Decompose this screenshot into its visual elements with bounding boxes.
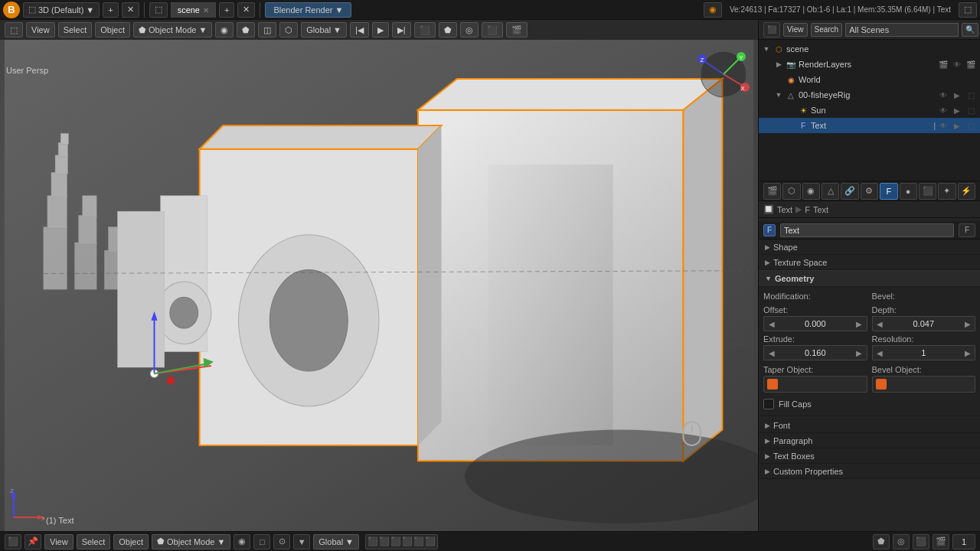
world-expand[interactable]	[774, 75, 783, 84]
snap-btn[interactable]: ⬟	[873, 534, 890, 549]
props-material-btn[interactable]: ●	[900, 183, 917, 200]
outliner-view-btn[interactable]: View	[783, 23, 808, 37]
render-btn[interactable]: 🎬	[506, 22, 528, 37]
resolution-increment-btn[interactable]: ▶	[960, 345, 975, 360]
add-workspace-btn[interactable]: +	[103, 2, 118, 18]
proportional-edit-btn[interactable]: ◎	[893, 534, 910, 549]
paragraph-section-header[interactable]: ▶ Paragraph	[759, 433, 980, 448]
scene-render-btn[interactable]: ⬛	[913, 534, 929, 549]
transform-select[interactable]: Global ▼	[301, 22, 347, 37]
viewport-3d-editor[interactable]: ⬚ View Select Object ⬟ Object Mode ▼ ◉ ⬟…	[0, 20, 758, 531]
scene-expand-arrow[interactable]: ▼	[762, 44, 771, 54]
shape-section-header[interactable]: ▶ Shape	[759, 240, 980, 255]
snapping-btn[interactable]: ⬟	[439, 22, 457, 37]
custom-props-section-header[interactable]: ▶ Custom Properties	[759, 464, 980, 479]
tree-item-scene[interactable]: ▼ ⬡ scene	[759, 41, 980, 57]
close-scene-btn[interactable]: ✕	[237, 2, 255, 18]
editor-type-selector[interactable]: ⬚ 3D (Default) ▼	[23, 2, 100, 18]
renderlayers-expand[interactable]: ▶	[774, 60, 783, 69]
viewport-editor-type[interactable]: ⬚	[5, 22, 23, 37]
tree-item-world[interactable]: ◉ World	[759, 72, 980, 87]
renderlayers-eye-btn[interactable]: 👁	[951, 58, 963, 70]
sun-render-btn[interactable]: ▶	[951, 104, 963, 116]
sun-extra-btn[interactable]: ⬚	[965, 104, 977, 116]
outliner-type-btn[interactable]: ⬛	[763, 22, 780, 37]
tree-item-fisheyerig[interactable]: ▼ △ 00-fisheyeRig 👁 ▶ ⬚	[759, 87, 980, 103]
bottom-editor-type[interactable]: ⬛	[5, 534, 21, 549]
bevel-object-field[interactable]	[872, 376, 976, 393]
text-boxes-section-header[interactable]: ▶ Text Boxes	[759, 448, 980, 464]
record-btn[interactable]: ⬛	[414, 22, 436, 37]
frame-number[interactable]: 1	[952, 534, 975, 549]
extrude-value[interactable]: 0.160	[779, 345, 852, 360]
object-mode-selector[interactable]: ⬟ Object Mode ▼	[152, 534, 230, 549]
timeline-end-btn[interactable]: ▶|	[392, 22, 411, 37]
depth-decrement-btn[interactable]: ◀	[872, 316, 887, 331]
viewport-shading[interactable]: ◉	[215, 22, 234, 37]
render-engine-selector[interactable]: Blender Render ▼	[265, 2, 351, 18]
fisheyerig-expand[interactable]: ▼	[774, 90, 783, 99]
renderlayers-render-btn[interactable]: 🎬	[965, 58, 977, 70]
workspace-tab-scene[interactable]: scene ✕	[171, 2, 216, 18]
props-data-btn[interactable]: F	[880, 183, 897, 200]
fullscreen-btn[interactable]: ⬚	[149, 2, 168, 18]
blender-icon-btn[interactable]: ◉	[704, 2, 722, 18]
offset-increment-btn[interactable]: ▶	[852, 316, 867, 331]
props-render-btn[interactable]: 🎬	[763, 183, 781, 200]
tree-item-text[interactable]: F Text | 👁 ▶ ⬚	[759, 118, 980, 133]
play-btn[interactable]: ▶	[372, 22, 389, 37]
offset-value[interactable]: 0.000	[779, 316, 852, 331]
props-texture-btn[interactable]: ⬛	[919, 183, 936, 200]
bottom-select-btn[interactable]: Select	[77, 534, 111, 549]
tree-item-sun[interactable]: ☀ Sun 👁 ▶ ⬚	[759, 103, 980, 118]
sun-expand[interactable]	[786, 106, 795, 115]
props-scene-btn[interactable]: ⬡	[782, 183, 800, 200]
select-menu[interactable]: Select	[58, 22, 93, 37]
pivot-dropdown[interactable]: ▼	[293, 534, 310, 549]
viewport-shading3[interactable]: ◫	[258, 22, 276, 37]
fisheyerig-extra-btn[interactable]: ⬚	[965, 89, 977, 101]
text-eye-btn[interactable]: 👁	[937, 119, 949, 132]
props-modifiers-btn[interactable]: ⚙	[861, 183, 878, 200]
resolution-decrement-btn[interactable]: ◀	[872, 345, 887, 360]
viewport-menus[interactable]: View	[26, 22, 55, 37]
bottom-view-btn[interactable]: View	[44, 534, 74, 549]
text-render-btn[interactable]: ▶	[951, 119, 963, 132]
3d-scene-view[interactable]: User Persp X Y Z	[0, 40, 758, 531]
depth-value[interactable]: 0.047	[887, 316, 961, 331]
pivot-btn[interactable]: ⊙	[273, 534, 290, 549]
resolution-value[interactable]: 1	[887, 345, 961, 360]
props-physics-btn[interactable]: ⚡	[958, 183, 975, 200]
fill-caps-checkbox[interactable]	[763, 399, 774, 409]
offset-decrement-btn[interactable]: ◀	[763, 316, 779, 331]
depth-increment-btn[interactable]: ▶	[960, 316, 975, 331]
shading-wire-btn[interactable]: □	[253, 534, 270, 549]
add-scene-btn[interactable]: +	[219, 2, 234, 18]
outliner-search-btn[interactable]: Search	[811, 23, 843, 37]
extrude-decrement-btn[interactable]: ◀	[763, 345, 779, 360]
extrude-increment-btn[interactable]: ▶	[852, 345, 867, 360]
object-menu[interactable]: Object	[95, 22, 130, 37]
fisheyerig-eye-btn[interactable]: 👁	[937, 89, 949, 101]
scene-output-btn[interactable]: ⬛	[482, 22, 503, 37]
props-particles-btn[interactable]: ✦	[938, 183, 956, 200]
viewport-shading2[interactable]: ⬟	[237, 22, 255, 37]
shading-solid-btn[interactable]: ◉	[234, 534, 250, 549]
geometry-section-header[interactable]: ▼ Geometry	[759, 270, 980, 287]
text-extra-btn[interactable]: ⬚	[965, 119, 977, 132]
props-object-btn[interactable]: △	[822, 183, 839, 200]
outliner-filter-btn[interactable]: 🔍	[962, 23, 978, 37]
bottom-pin-btn[interactable]: 📌	[24, 534, 41, 549]
timeline-btn[interactable]: |◀	[350, 22, 369, 37]
proportional-btn[interactable]: ◎	[460, 22, 479, 37]
texture-space-section-header[interactable]: ▶ Texture Space	[759, 255, 980, 270]
taper-object-field[interactable]	[763, 376, 867, 393]
transform-orientation[interactable]: Global ▼	[313, 534, 359, 549]
bottom-object-btn[interactable]: Object	[113, 534, 149, 549]
object-mode-btn[interactable]: ⬟ Object Mode ▼	[133, 22, 212, 37]
font-section-header[interactable]: ▶ Font	[759, 418, 980, 433]
fisheyerig-render-btn[interactable]: ▶	[951, 89, 963, 101]
info-expand-btn[interactable]: ⬚	[959, 2, 977, 18]
tree-item-renderlayers[interactable]: ▶ 📷 RenderLayers 🎬 👁 🎬	[759, 57, 980, 72]
object-name-input[interactable]	[780, 223, 954, 237]
